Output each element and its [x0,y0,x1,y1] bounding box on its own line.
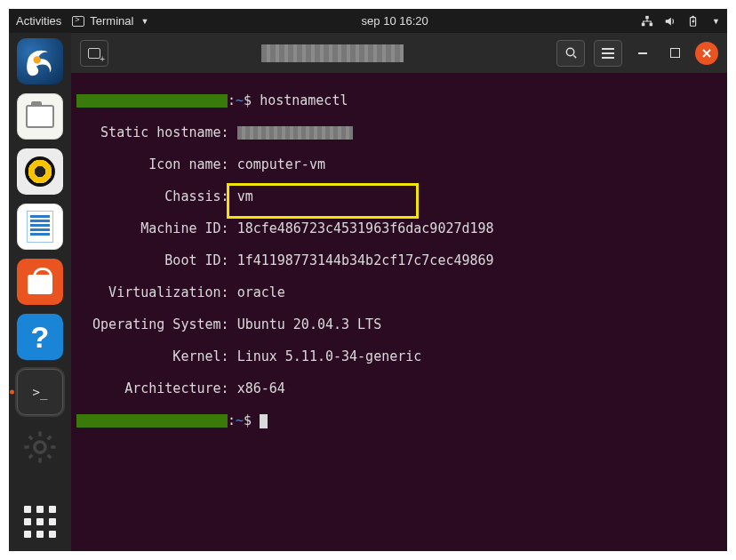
chevron-down-icon: ▼ [140,17,148,26]
prompt-path: ~ [236,92,244,108]
svg-point-7 [566,48,573,55]
terminal-titlebar: + [71,33,727,73]
svg-rect-2 [650,22,653,26]
dock-help[interactable]: ? [17,314,63,360]
close-button[interactable] [695,42,718,65]
out-value: 18cfe486723c4531963f6dac9027d198 [237,220,494,236]
terminal-body[interactable]: :~$ hostnamectl Static hostname: Icon na… [71,73,727,551]
menu-button[interactable] [594,40,622,67]
prompt-sep: : [228,92,236,108]
maximize-button[interactable] [663,42,686,65]
svg-point-5 [34,56,41,63]
new-tab-button[interactable]: + [80,40,108,67]
out-label: Machine ID: [76,220,229,236]
activities-button[interactable]: Activities [16,14,61,28]
dock-terminal[interactable]: >_ [17,369,63,415]
svg-rect-1 [642,22,645,26]
dock-rhythmbox[interactable] [17,148,63,195]
out-label: Operating System: [76,316,229,332]
out-label: Architecture: [76,380,229,396]
out-label: Boot ID: [76,252,229,268]
app-menu[interactable]: Terminal ▼ [72,14,148,28]
out-value: x86-64 [237,380,285,396]
top-bar: Activities Terminal ▼ sep 10 16:20 ▼ [9,9,727,33]
terminal-window: + :~$ hostnamectl Static hostname: [71,33,727,551]
out-value-kernel: Linux 5.11.0-34-generic [237,348,422,364]
clock[interactable]: sep 10 16:20 [362,14,428,28]
svg-point-6 [35,442,45,452]
out-value: vm [237,188,253,204]
network-icon[interactable] [641,15,653,28]
dock: ? >_ [9,33,71,551]
out-value: computer-vm [237,156,325,172]
out-value: oracle [237,284,285,300]
app-menu-label: Terminal [90,14,133,28]
show-applications-button[interactable] [20,501,60,542]
minimize-button[interactable] [631,42,654,65]
dock-files[interactable] [17,93,63,140]
dock-settings[interactable] [17,424,63,470]
out-label: Static hostname: [76,124,229,140]
volume-icon[interactable] [664,15,676,28]
prompt-symbol: $ [244,92,252,108]
out-label: Chassis: [76,188,229,204]
out-label: Icon name: [76,156,229,172]
prompt-user-redacted [76,94,228,108]
search-button[interactable] [556,40,585,67]
out-value: 1f41198773144b34b2cf17c7cec49869 [237,252,494,268]
terminal-icon [72,16,84,27]
desktop: Activities Terminal ▼ sep 10 16:20 ▼ [9,9,727,551]
dock-ubuntu-software[interactable] [17,259,63,305]
prompt-sep: : [228,412,236,428]
window-title-redacted [261,44,404,62]
out-label: Virtualization: [76,284,229,300]
prompt-symbol: $ [244,412,252,428]
svg-rect-4 [692,15,694,17]
svg-rect-0 [645,15,649,19]
dock-thunderbird[interactable] [17,38,63,84]
prompt-path: ~ [236,412,244,428]
battery-icon[interactable] [687,15,700,28]
cursor [260,414,268,428]
command-text: hostnamectl [260,92,348,108]
system-menu-chevron-icon[interactable]: ▼ [712,17,720,26]
dock-libreoffice-writer[interactable] [17,204,63,250]
hostname-redacted [237,126,353,140]
hamburger-icon [602,48,614,59]
prompt-user-redacted [76,414,228,428]
out-label: Kernel: [76,348,229,364]
out-value-os: Ubuntu 20.04.3 LTS [237,316,382,332]
main-area: ? >_ + [9,33,727,551]
